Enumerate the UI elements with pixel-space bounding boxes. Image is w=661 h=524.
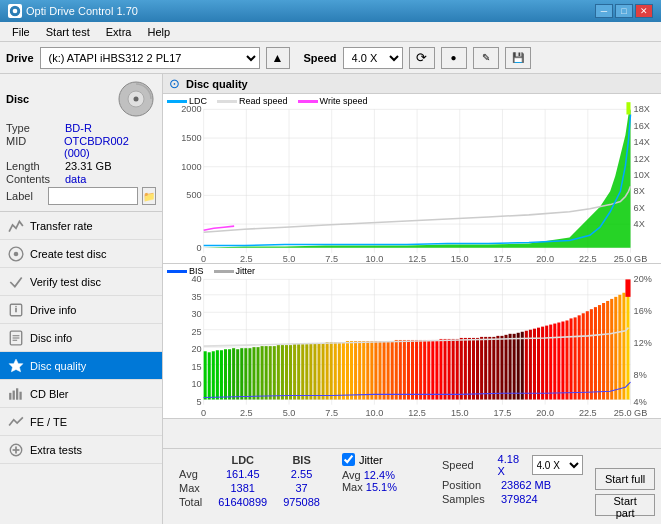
disc-type-row: Type BD-R — [6, 122, 156, 134]
svg-text:12%: 12% — [634, 338, 652, 348]
sidebar-item-cd-bler[interactable]: CD Bler — [0, 380, 162, 408]
maximize-button[interactable]: □ — [615, 4, 633, 18]
svg-rect-170 — [448, 339, 451, 400]
label-label: Label — [6, 190, 44, 202]
svg-text:8X: 8X — [634, 186, 645, 196]
svg-rect-201 — [574, 317, 577, 399]
contents-value: data — [65, 173, 86, 185]
svg-rect-139 — [322, 343, 325, 399]
speed-label: Speed — [304, 52, 337, 64]
verify-test-disc-icon — [8, 274, 24, 290]
write-color — [298, 100, 318, 103]
svg-rect-211 — [614, 297, 617, 400]
svg-rect-173 — [460, 338, 463, 400]
right-panel: ⊙ Disc quality LDC Read speed — [163, 74, 661, 524]
svg-text:20%: 20% — [634, 274, 652, 284]
svg-rect-121 — [248, 348, 251, 399]
menu-file[interactable]: File — [4, 24, 38, 40]
sidebar-item-fe-te[interactable]: FE / TE — [0, 408, 162, 436]
menu-extra[interactable]: Extra — [98, 24, 140, 40]
legend-read-speed: Read speed — [217, 96, 288, 106]
disc-header: Disc — [6, 80, 156, 118]
sidebar-item-verify-test-disc[interactable]: Verify test disc — [0, 268, 162, 296]
ldc-color — [167, 100, 187, 103]
label-input[interactable] — [48, 187, 138, 205]
legend-bis: BIS — [167, 266, 204, 276]
disc-quality-label: Disc quality — [30, 360, 86, 372]
svg-rect-116 — [228, 349, 231, 399]
mid-label: MID — [6, 135, 60, 159]
quality-header-icon: ⊙ — [169, 76, 180, 91]
svg-text:25: 25 — [191, 327, 201, 337]
svg-text:0: 0 — [201, 408, 206, 418]
length-label: Length — [6, 160, 61, 172]
sidebar-item-drive-info[interactable]: Drive info — [0, 296, 162, 324]
extra-tests-label: Extra tests — [30, 444, 82, 456]
minimize-button[interactable]: ─ — [595, 4, 613, 18]
disc-info-label: Disc info — [30, 332, 72, 344]
svg-rect-188 — [521, 332, 524, 400]
svg-text:12.5: 12.5 — [408, 254, 426, 263]
svg-rect-168 — [439, 339, 442, 400]
read-color — [217, 100, 237, 103]
sidebar-item-transfer-rate[interactable]: Transfer rate — [0, 212, 162, 240]
action-buttons: Start full Start part — [589, 449, 661, 524]
refresh-button[interactable]: ⟳ — [409, 47, 435, 69]
svg-text:30: 30 — [191, 309, 201, 319]
record-button[interactable]: ● — [441, 47, 467, 69]
svg-text:15.0: 15.0 — [451, 408, 469, 418]
drive-label: Drive — [6, 52, 34, 64]
menu-start-test[interactable]: Start test — [38, 24, 98, 40]
drive-select[interactable]: (k:) ATAPI iHBS312 2 PL17 — [40, 47, 260, 69]
svg-text:6X: 6X — [634, 203, 645, 213]
samples-label: Samples — [442, 493, 497, 505]
legend-bis-label: BIS — [189, 266, 204, 276]
edit-button[interactable]: ✎ — [473, 47, 499, 69]
svg-rect-143 — [338, 342, 341, 399]
svg-rect-134 — [301, 344, 304, 399]
save-button[interactable]: 💾 — [505, 47, 531, 69]
svg-rect-151 — [370, 341, 373, 400]
svg-rect-190 — [529, 330, 532, 400]
svg-rect-146 — [350, 341, 353, 400]
sidebar-item-create-test-disc[interactable]: Create test disc — [0, 240, 162, 268]
extra-tests-icon — [8, 442, 24, 458]
label-folder-button[interactable]: 📁 — [142, 187, 156, 205]
position-value: 23862 MB — [501, 479, 551, 491]
svg-rect-185 — [509, 334, 512, 400]
eject-button[interactable]: ▲ — [266, 47, 290, 69]
jitter-checkbox[interactable] — [342, 453, 355, 466]
disc-contents-row: Contents data — [6, 173, 156, 185]
speed-select[interactable]: 4.0 X — [343, 47, 403, 69]
svg-rect-154 — [383, 341, 386, 400]
avg-ldc: 161.45 — [210, 467, 275, 481]
start-part-button[interactable]: Start part — [595, 494, 655, 516]
svg-rect-137 — [313, 343, 316, 399]
svg-rect-133 — [297, 344, 300, 399]
max-ldc: 1381 — [210, 481, 275, 495]
svg-text:16X: 16X — [634, 121, 650, 131]
close-button[interactable]: ✕ — [635, 4, 653, 18]
start-full-button[interactable]: Start full — [595, 468, 655, 490]
svg-text:25.0 GB: 25.0 GB — [614, 408, 647, 418]
speed-stat-select[interactable]: 4.0 X — [532, 455, 584, 475]
menu-help[interactable]: Help — [139, 24, 178, 40]
drive-info-label: Drive info — [30, 304, 76, 316]
total-label: Total — [171, 495, 210, 509]
svg-point-4 — [134, 97, 139, 102]
disc-panel: Disc Type BD-R MID — [0, 74, 162, 212]
svg-rect-155 — [387, 341, 390, 400]
sidebar-item-extra-tests[interactable]: Extra tests — [0, 436, 162, 464]
svg-rect-174 — [464, 338, 467, 400]
svg-rect-177 — [476, 338, 479, 400]
svg-text:10X: 10X — [634, 170, 650, 180]
sidebar-item-disc-info[interactable]: Disc info — [0, 324, 162, 352]
chart-bottom-svg: 40 35 30 25 20 15 10 5 20% 16% — [163, 264, 661, 418]
svg-rect-207 — [598, 305, 601, 399]
svg-rect-165 — [427, 340, 430, 400]
svg-rect-195 — [549, 325, 552, 400]
speed-stat-label: Speed — [442, 459, 494, 471]
sidebar-item-disc-quality[interactable]: Disc quality — [0, 352, 162, 380]
cd-bler-label: CD Bler — [30, 388, 69, 400]
svg-text:10.0: 10.0 — [366, 408, 384, 418]
